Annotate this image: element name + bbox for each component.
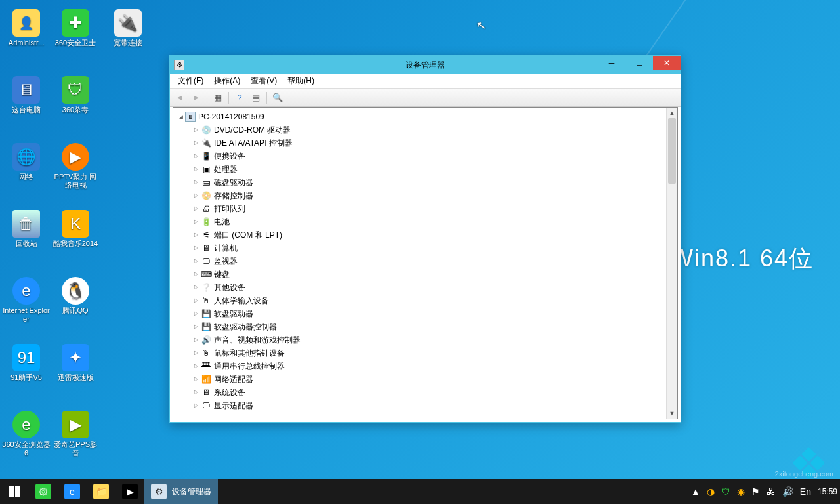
- expand-icon[interactable]: ▷: [194, 127, 201, 133]
- expand-icon[interactable]: ▷: [194, 402, 201, 408]
- tree-category[interactable]: ▷📀存储控制器: [176, 189, 677, 202]
- tree-category[interactable]: ▷🖥系统设备: [176, 386, 677, 399]
- menu-item[interactable]: 操作(A): [209, 74, 245, 88]
- desktop-icon-360av[interactable]: 🛡360杀毒: [51, 76, 100, 114]
- close-button[interactable]: ✕: [653, 56, 681, 70]
- scan-hardware-button[interactable]: 🔍: [270, 91, 285, 105]
- tree-category[interactable]: ▷❔其他设备: [176, 281, 677, 294]
- titlebar[interactable]: ⚙ 设备管理器 ─ ☐ ✕: [170, 56, 681, 74]
- expand-icon[interactable]: ▷: [194, 166, 201, 172]
- tree-category[interactable]: ▷🖴磁盘驱动器: [176, 176, 677, 189]
- desktop-icon-label: 爱奇艺PPS影音: [51, 440, 100, 457]
- menu-item[interactable]: 文件(F): [173, 74, 209, 88]
- expand-icon[interactable]: ▷: [194, 337, 201, 343]
- expand-icon[interactable]: ▷: [194, 389, 201, 395]
- tree-category[interactable]: ▷⌨键盘: [176, 268, 677, 281]
- category-icon: 🖥: [201, 387, 211, 398]
- expand-icon[interactable]: ▷: [194, 245, 201, 251]
- scroll-thumb[interactable]: [668, 118, 676, 184]
- tree-category[interactable]: ▷🖱鼠标和其他指针设备: [176, 346, 677, 360]
- desktop-icon-browser360[interactable]: e360安全浏览器6: [2, 411, 51, 457]
- desktop-icon-qq[interactable]: 🐧腾讯QQ: [51, 277, 100, 315]
- tray-360-icon[interactable]: ◑: [707, 486, 715, 497]
- device-tree[interactable]: ◢🖥PC-201412081509▷💿DVD/CD-ROM 驱动器▷🔌IDE A…: [173, 108, 677, 419]
- tree-category[interactable]: ▷🖥计算机: [176, 242, 677, 255]
- tray-shield-icon[interactable]: 🛡: [721, 486, 730, 497]
- scroll-up-button[interactable]: ▲: [667, 108, 677, 118]
- expand-icon[interactable]: ▷: [194, 271, 201, 277]
- tree-root[interactable]: ◢🖥PC-201412081509: [176, 110, 677, 123]
- expand-icon[interactable]: ▷: [194, 297, 201, 303]
- tree-category[interactable]: ▷⚟端口 (COM 和 LPT): [176, 228, 677, 242]
- desktop-icon-administrator[interactable]: Administr...: [2, 9, 51, 47]
- desktop-icon-iqiyi[interactable]: ▶爱奇艺PPS影音: [51, 411, 100, 457]
- desktop-icon-broadband[interactable]: 🔌宽带连接: [104, 9, 152, 47]
- detail-view-button[interactable]: ▦: [211, 91, 225, 105]
- tray-safe-icon[interactable]: ◉: [737, 486, 745, 497]
- tree-category-label: 软盘驱动器: [214, 308, 253, 320]
- expand-icon[interactable]: ▷: [194, 140, 201, 146]
- tree-category[interactable]: ▷📶网络适配器: [176, 373, 677, 386]
- start-button[interactable]: [0, 479, 29, 504]
- menu-item[interactable]: 查看(V): [245, 74, 282, 88]
- tree-category[interactable]: ▷🔌IDE ATA/ATAPI 控制器: [176, 136, 677, 150]
- tree-category[interactable]: ▷ᚙ通用串行总线控制器: [176, 360, 677, 373]
- expand-icon[interactable]: ▷: [194, 192, 201, 198]
- expand-icon[interactable]: ▷: [194, 179, 201, 185]
- scrollbar[interactable]: ▲ ▼: [666, 108, 677, 419]
- back-button[interactable]: ◄: [173, 91, 187, 105]
- tray-flag-icon[interactable]: ⚑: [751, 486, 760, 497]
- taskbar-item-ie[interactable]: e: [58, 479, 87, 504]
- system-tray[interactable]: ▲ ◑ 🛡 ◉ ⚑ 🖧 🔊 En 15:59: [691, 479, 840, 504]
- desktop-icon-recycle[interactable]: 🗑回收站: [2, 210, 51, 248]
- expand-icon[interactable]: ▷: [194, 363, 201, 369]
- tray-lang[interactable]: En: [800, 486, 811, 497]
- desktop-icon-label: 网络: [2, 173, 51, 181]
- desktop-icon-360safe[interactable]: ✚360安全卫士: [51, 9, 100, 47]
- expand-icon[interactable]: ▷: [194, 219, 201, 224]
- tree-category[interactable]: ▷▣处理器: [176, 163, 677, 176]
- tree-category[interactable]: ▷💾软盘驱动器控制器: [176, 320, 677, 333]
- taskbar-item-explorer[interactable]: 📁: [87, 479, 116, 504]
- tree-category[interactable]: ▷🖵监视器: [176, 255, 677, 268]
- tray-network-icon[interactable]: 🖧: [766, 486, 776, 497]
- tree-category[interactable]: ▷💿DVD/CD-ROM 驱动器: [176, 123, 677, 136]
- taskbar-item-threesixty[interactable]: ۞: [29, 479, 58, 504]
- desktop-icon-ie[interactable]: eInternet Explorer: [2, 277, 51, 324]
- tree-category[interactable]: ▷🖵显示适配器: [176, 399, 677, 412]
- tray-clock[interactable]: 15:59: [818, 488, 837, 496]
- expand-icon[interactable]: ▷: [194, 376, 201, 382]
- taskbar-item-devmgr[interactable]: ⚙ 设备管理器: [144, 479, 218, 504]
- expand-icon[interactable]: ▷: [194, 324, 201, 329]
- taskbar-item-iqiyi[interactable]: ▶: [116, 479, 144, 504]
- tree-category[interactable]: ▷🔊声音、视频和游戏控制器: [176, 333, 677, 346]
- tree-category[interactable]: ▷💾软盘驱动器: [176, 307, 677, 320]
- maximize-button[interactable]: ☐: [625, 56, 653, 70]
- desktop-icon-pptv[interactable]: ▶PPTV聚力 网络电视: [51, 143, 100, 190]
- expand-icon[interactable]: ▷: [194, 232, 201, 238]
- expand-icon[interactable]: ▷: [194, 284, 201, 290]
- desktop-icon-thispc[interactable]: 🖥这台电脑: [2, 76, 51, 114]
- expand-icon[interactable]: ▷: [194, 258, 201, 264]
- tree-category[interactable]: ▷🖱人体学输入设备: [176, 294, 677, 307]
- desktop-icon-network[interactable]: 🌐网络: [2, 143, 51, 181]
- tray-volume-icon[interactable]: 🔊: [782, 486, 793, 497]
- expand-icon[interactable]: ▷: [194, 310, 201, 316]
- minimize-button[interactable]: ─: [598, 56, 625, 70]
- tree-category[interactable]: ▷🖨打印队列: [176, 202, 677, 215]
- forward-button[interactable]: ►: [189, 91, 203, 105]
- expand-icon[interactable]: ▷: [194, 350, 201, 356]
- tree-category[interactable]: ▷🔋电池: [176, 215, 677, 228]
- menu-item[interactable]: 帮助(H): [282, 74, 320, 88]
- desktop-icon-kuwo[interactable]: K酷我音乐2014: [51, 210, 100, 248]
- desktop-icon-a91[interactable]: 9191助手V5: [2, 344, 51, 382]
- properties-button[interactable]: ▤: [249, 91, 263, 105]
- taskbar-item-label: 设备管理器: [172, 486, 211, 497]
- tray-up-icon[interactable]: ▲: [691, 486, 700, 497]
- scroll-down-button[interactable]: ▼: [667, 408, 677, 419]
- expand-icon[interactable]: ▷: [194, 205, 201, 211]
- desktop-icon-xunlei[interactable]: ✦迅雷极速版: [51, 344, 100, 382]
- tree-category[interactable]: ▷📱便携设备: [176, 150, 677, 163]
- expand-icon[interactable]: ▷: [194, 153, 201, 159]
- help-button[interactable]: ?: [232, 91, 247, 105]
